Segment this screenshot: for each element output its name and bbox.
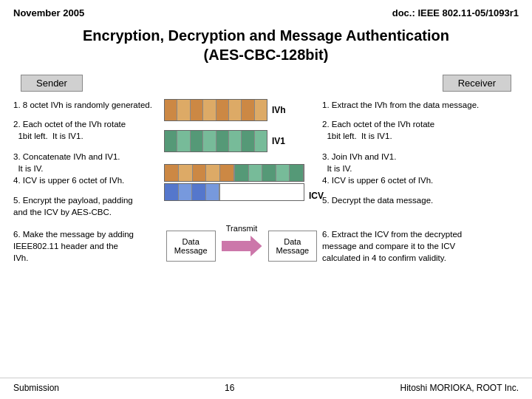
page-title: Encryption, Decryption and Message Authe… (0, 26, 532, 64)
left-steps: 1. 8 octet IVh is randomly generated. 2.… (13, 99, 161, 224)
ivh-label: IVh (272, 105, 286, 115)
title-line2: (AES-CBC-128bit) (0, 45, 532, 64)
step5-text: 5. Encrypt the payload, padding and the … (13, 194, 161, 218)
transmit-label: Transmit (226, 224, 257, 233)
sender-data-message: Data Message (166, 231, 216, 262)
step6-left: 6. Make the message by adding IEEE802.11… (13, 228, 161, 264)
step1-text: 1. 8 octet IVh is randomly generated. (13, 99, 161, 111)
diagram-column: IVh IV1 (164, 99, 319, 224)
receiver-data-message: Data Message (268, 231, 318, 262)
bottom-bar: Submission 16 Hitoshi MORIOKA, ROOT Inc. (0, 378, 532, 396)
transmit-arrow-icon (222, 236, 262, 256)
footer-right: Hitoshi MORIOKA, ROOT Inc. (400, 383, 519, 393)
ivh-stripe-last (255, 100, 267, 120)
r-step1-text: 1. Extract the IVh from the data message… (322, 99, 519, 111)
sender-label: Sender (21, 75, 83, 92)
r-step5-text: 5. Decrypt the data message. (322, 194, 519, 206)
step2-text: 2. Each octet of the IVh rotate 1bit lef… (13, 118, 161, 142)
icv-block (164, 183, 304, 201)
transmit-section: Data Message Transmit Data Message (164, 231, 319, 262)
header-date: November 2005 (13, 7, 84, 18)
footer-left: Submission (13, 383, 59, 393)
iv1-row: IV1 (164, 130, 285, 152)
step6-right: 6. Extract the ICV from the decrypted me… (322, 228, 519, 264)
icv-label: ICV (309, 191, 324, 201)
r-step3-text: 3. Join IVh and IV1. It is IV. 4. ICV is… (322, 151, 519, 186)
step3-text: 3. Concatenate IVh and IV1. It is IV. 4.… (13, 151, 161, 186)
transmit-arrow-wrapper: Transmit (222, 236, 262, 256)
ivh-row: IVh (164, 99, 286, 121)
header-doc: doc.: IEEE 802.11-05/1093r1 (392, 7, 519, 18)
sender-receiver-row: Sender Receiver (0, 75, 532, 92)
ivh-block (164, 99, 267, 121)
combined-block (164, 164, 304, 182)
step6-row: 6. Make the message by adding IEEE802.11… (0, 228, 532, 264)
footer-center: 16 (225, 383, 234, 393)
r-step2-text: 2. Each octet of the IVh rotate 1bit lef… (322, 118, 519, 142)
icv-combined-row: ICV (164, 164, 324, 201)
iv1-block (164, 130, 267, 152)
receiver-label: Receiver (443, 75, 511, 92)
header: November 2005 doc.: IEEE 802.11-05/1093r… (0, 0, 532, 23)
right-steps: 1. Extract the IVh from the data message… (322, 99, 519, 224)
title-line1: Encryption, Decryption and Message Authe… (0, 26, 532, 45)
iv1-label: IV1 (272, 136, 285, 146)
